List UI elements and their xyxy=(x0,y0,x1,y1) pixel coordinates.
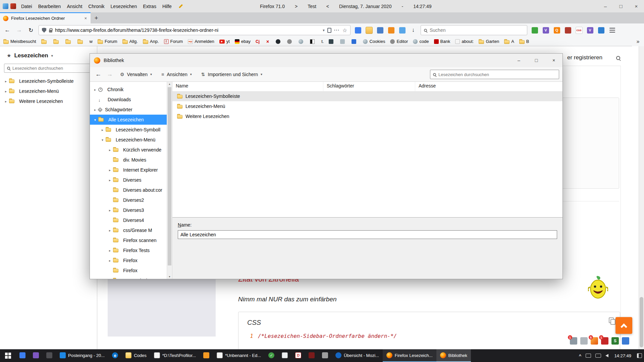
bookmark-item[interactable] xyxy=(77,39,85,44)
tracking-protection-shield-icon[interactable] xyxy=(42,28,46,33)
bookmark-item[interactable]: Allg. xyxy=(122,39,138,44)
menubar-item[interactable]: Extras xyxy=(140,4,159,9)
bookmark-item[interactable]: Forum xyxy=(98,39,117,44)
close-button[interactable]: × xyxy=(629,0,644,12)
bookmark-item[interactable]: × xyxy=(266,39,271,44)
library-tree-item[interactable]: Firefox Tests xyxy=(90,245,167,255)
twisty-icon[interactable] xyxy=(3,79,8,83)
library-forward-button[interactable]: → xyxy=(105,69,115,79)
toolbar-extension-icon[interactable] xyxy=(397,25,407,35)
bookmark-item[interactable] xyxy=(329,39,335,44)
forward-button[interactable]: → xyxy=(14,25,24,36)
name-field-input[interactable] xyxy=(178,230,557,239)
twisty-icon[interactable] xyxy=(100,128,105,132)
page-search-icon[interactable] xyxy=(616,56,620,61)
floating-tool-icon[interactable] xyxy=(622,337,629,345)
back-button[interactable]: ← xyxy=(2,25,13,36)
twisty-icon[interactable] xyxy=(107,229,112,232)
sidebar-search[interactable] xyxy=(4,64,93,73)
pencil-icon[interactable] xyxy=(178,4,183,9)
register-link[interactable]: er registrieren xyxy=(567,54,602,61)
library-list-row[interactable]: Weitere Lesezeichen xyxy=(172,111,562,121)
taskbar-button[interactable] xyxy=(43,349,56,362)
clock[interactable]: 14:27:49 xyxy=(613,353,633,358)
taskbar-button[interactable] xyxy=(16,349,29,362)
taskbar-button[interactable]: Posteingang - 20... xyxy=(56,349,108,362)
library-tree-item[interactable]: Diverses4 xyxy=(90,215,167,225)
url-text[interactable]: https://www.camp-firefox.de/forum/thema/… xyxy=(55,27,320,33)
bookmark-item[interactable]: t. xyxy=(321,39,324,44)
twisty-icon[interactable] xyxy=(107,178,112,182)
bookmark-item[interactable]: code xyxy=(413,39,429,44)
library-maximize-button[interactable]: □ xyxy=(528,54,545,67)
bookmark-item[interactable] xyxy=(53,39,60,44)
bookmark-item[interactable]: A xyxy=(504,39,514,44)
sidebar-bookmark-folder[interactable]: Lesezeichen-Symbolleiste xyxy=(0,76,97,86)
taskbar-button[interactable] xyxy=(305,349,318,362)
library-list-row[interactable]: Lesezeichen-Symbolleiste xyxy=(172,91,562,101)
lock-icon[interactable] xyxy=(49,30,52,33)
bookmark-item[interactable]: wp Anmelden xyxy=(188,39,214,44)
library-back-button[interactable]: ← xyxy=(93,69,103,79)
tab-close-icon[interactable]: × xyxy=(84,16,88,21)
copy-icon[interactable] xyxy=(609,317,614,324)
column-header[interactable]: Schlagwörter xyxy=(323,82,415,91)
menubar-item[interactable]: Lesezeichen xyxy=(108,4,140,9)
toolbar-extension-icon[interactable] xyxy=(364,25,374,35)
bookmark-item[interactable] xyxy=(352,39,358,44)
column-header[interactable]: Name xyxy=(172,82,323,91)
page-scrollbar[interactable] xyxy=(639,46,644,349)
bookmark-item[interactable] xyxy=(287,39,293,44)
twisty-icon[interactable] xyxy=(107,259,112,262)
toolbar-extension-icon[interactable] xyxy=(607,25,617,35)
taskbar-button[interactable] xyxy=(29,349,43,362)
bookmark-item[interactable] xyxy=(276,39,282,44)
toolbar-extension-icon[interactable] xyxy=(563,25,573,35)
library-tree-item[interactable]: css/Grease M xyxy=(90,225,167,235)
bookmark-item[interactable]: Meistbesucht xyxy=(3,39,36,44)
menubar-item[interactable]: Hilfe xyxy=(159,4,175,9)
twisty-icon[interactable] xyxy=(3,89,8,93)
bookmark-item[interactable]: ebay xyxy=(235,39,251,44)
twisty-icon[interactable] xyxy=(3,100,8,103)
library-tree-item[interactable]: Diverses xyxy=(90,175,167,185)
library-minimize-button[interactable]: – xyxy=(510,54,528,67)
bookmark-item[interactable] xyxy=(340,39,346,44)
toolbar-extension-icon[interactable] xyxy=(353,25,363,35)
floating-tool-icon[interactable]: 1 xyxy=(601,337,608,345)
bookmark-item[interactable]: Garten xyxy=(479,39,499,44)
start-button[interactable] xyxy=(0,349,16,362)
library-tree-item[interactable]: Downloads xyxy=(90,95,167,105)
search-bar[interactable] xyxy=(421,25,527,35)
bookmark-item[interactable]: Cookies xyxy=(363,39,385,44)
mail-tray-icon[interactable] xyxy=(586,354,591,358)
tree-scrollbar[interactable]: ▲ ▼ xyxy=(167,82,172,279)
twisty-icon[interactable] xyxy=(107,249,112,252)
library-tree-item[interactable]: Java - Flash xyxy=(90,276,167,279)
active-tab[interactable]: Firefox Lesezeichen Ordner × xyxy=(0,12,91,23)
floating-tool-icon[interactable] xyxy=(580,337,588,345)
library-tree-item[interactable]: Firefox xyxy=(90,255,167,265)
bookmark-item[interactable] xyxy=(299,39,305,44)
bookmarks-overflow-chevron[interactable]: » xyxy=(632,37,644,46)
twisty-icon[interactable] xyxy=(93,118,98,122)
bookmark-item[interactable]: Editor xyxy=(390,39,408,44)
bookmark-item[interactable]: Cj xyxy=(256,39,261,44)
toolbar-extension-icon[interactable]: Q xyxy=(552,25,562,35)
library-tree-item[interactable]: Firefox xyxy=(90,265,167,276)
sidebar-bookmark-folder[interactable]: Lesezeichen-Menü xyxy=(0,86,97,96)
tray-chevron-icon[interactable]: ^ xyxy=(579,353,582,358)
library-search-input[interactable] xyxy=(438,72,556,77)
import-backup-menu-button[interactable]: ⇅ Importieren und Sichern ▾ xyxy=(197,70,266,79)
menubar-item[interactable]: Datei xyxy=(18,4,35,9)
views-menu-button[interactable]: ≡ Ansichten ▾ xyxy=(157,70,196,79)
bookmark-item[interactable]: w xyxy=(90,39,93,44)
taskbar-button[interactable]: ✓ xyxy=(265,349,278,362)
sidebar-switcher-caret-icon[interactable]: ▾ xyxy=(51,54,53,58)
taskbar-button[interactable]: Firefox Lesezeich... xyxy=(383,349,436,362)
library-tree-item[interactable]: Diverses about:cor xyxy=(90,185,167,195)
menubar-item[interactable]: Ansicht xyxy=(64,4,85,9)
taskbar-button[interactable]: D xyxy=(291,349,305,362)
library-tree-item[interactable]: Lesezeichen-Symboll xyxy=(90,125,167,135)
column-header[interactable]: Adresse xyxy=(415,82,562,91)
